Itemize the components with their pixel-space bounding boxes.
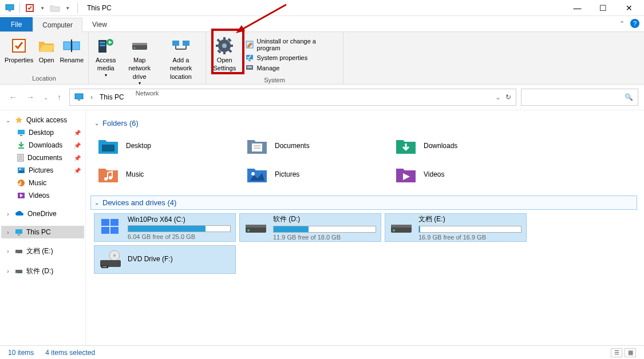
sidebar-item-pictures[interactable]: Pictures 📌 — [1, 164, 84, 177]
drive-item[interactable]: 软件 (D:)11.9 GB free of 18.0 GB — [239, 213, 381, 242]
svg-rect-25 — [230, 45, 233, 47]
documents-icon — [17, 154, 24, 162]
sidebar-item-this-pc[interactable]: › This PC — [1, 226, 84, 238]
history-dropdown[interactable]: ⌄ — [44, 94, 48, 101]
folder-item[interactable]: Desktop — [97, 135, 223, 157]
folder-label: Pictures — [275, 170, 299, 178]
open-settings-button[interactable]: Open Settings — [210, 35, 240, 74]
this-pc-icon — [74, 93, 84, 101]
folder-item[interactable]: Videos — [395, 163, 521, 185]
svg-point-73 — [247, 229, 250, 232]
drive-name: 文档 (E:) — [418, 214, 521, 224]
content-pane: ⌄ Folders (6) DesktopDocumentsDownloadsM… — [86, 110, 644, 345]
sidebar-label: This PC — [26, 228, 51, 236]
tiles-view-button[interactable]: ▦ — [625, 348, 636, 357]
help-icon[interactable]: ? — [630, 19, 639, 28]
folder-item[interactable]: Music — [97, 163, 223, 185]
system-properties-button[interactable]: System properties — [246, 54, 335, 62]
drive-capacity-bar — [128, 225, 231, 232]
back-button[interactable]: ← — [9, 93, 17, 102]
star-icon — [15, 116, 23, 124]
access-media-label: Access media — [93, 56, 118, 73]
downloads-icon — [17, 141, 25, 149]
expand-icon[interactable]: › — [5, 229, 11, 236]
sidebar-item-onedrive[interactable]: › OneDrive — [1, 208, 84, 220]
chevron-down-icon: ▾ — [105, 73, 107, 78]
svg-rect-40 — [20, 135, 22, 136]
maximize-button[interactable]: ☐ — [590, 0, 616, 16]
address-dropdown-icon[interactable]: ⌄ — [495, 93, 501, 101]
folders-grid: DesktopDocumentsDownloadsMusicPicturesVi… — [90, 130, 637, 196]
sidebar-item-videos[interactable]: Videos — [1, 189, 84, 202]
search-input[interactable] — [526, 93, 625, 101]
sidebar-item-quick-access[interactable]: ⌄ Quick access — [1, 114, 84, 126]
drive-name: DVD Drive (F:) — [128, 255, 231, 263]
tab-computer[interactable]: Computer — [33, 18, 82, 32]
ribbon-group-label: Location — [0, 74, 88, 83]
uninstall-program-button[interactable]: Uninstall or change a program — [246, 38, 335, 51]
settings-gear-icon — [215, 37, 234, 55]
sidebar-item-drive-e[interactable]: › 文档 (E:) — [1, 244, 84, 258]
sidebar-item-music[interactable]: Music — [1, 177, 84, 189]
search-box[interactable]: 🔍 — [521, 89, 638, 106]
folder-qat-icon[interactable] — [50, 3, 60, 13]
sidebar-label: 文档 (E:) — [26, 246, 53, 256]
up-button[interactable]: ↑ — [57, 93, 61, 102]
add-location-label: Add a network location — [161, 56, 201, 81]
sidebar-item-desktop[interactable]: Desktop 📌 — [1, 126, 84, 139]
svg-rect-15 — [172, 41, 179, 46]
chevron-down-icon: ⌄ — [94, 120, 99, 126]
drive-icon — [244, 218, 267, 237]
section-drives-header[interactable]: ⌄ Devices and drives (4) — [90, 196, 637, 210]
close-button[interactable]: ✕ — [616, 0, 642, 16]
tab-view[interactable]: View — [82, 17, 117, 31]
section-folders-header[interactable]: ⌄ Folders (6) — [90, 116, 637, 130]
drive-item[interactable]: Win10Pro X64 (C:)6.04 GB free of 25.0 GB — [94, 213, 236, 242]
access-media-button[interactable]: Access media ▾ — [92, 35, 120, 79]
svg-rect-16 — [183, 41, 189, 46]
folder-label: Downloads — [424, 142, 457, 150]
drive-free-label: 6.04 GB free of 25.0 GB — [128, 233, 231, 240]
rename-button[interactable]: Rename — [58, 35, 85, 65]
properties-button[interactable]: Properties — [3, 35, 34, 65]
drive-item[interactable]: 文档 (E:)16.9 GB free of 16.9 GB — [385, 213, 527, 242]
section-label: Devices and drives (4) — [102, 198, 176, 207]
tab-file[interactable]: File — [0, 17, 33, 31]
details-view-button[interactable]: ☰ — [611, 348, 622, 357]
dropdown-qat-icon[interactable]: ▾ — [37, 3, 48, 13]
drive-free-label: 16.9 GB free of 16.9 GB — [418, 234, 521, 241]
system-props-icon — [246, 54, 254, 62]
svg-rect-36 — [75, 94, 83, 99]
map-network-drive-button[interactable]: Map network drive ▾ — [121, 35, 159, 87]
minimize-button[interactable]: — — [564, 0, 590, 16]
forward-button[interactable]: → — [26, 93, 34, 102]
open-button[interactable]: Open — [35, 35, 57, 65]
navigation-sidebar: ⌄ Quick access Desktop 📌 Downloads 📌 Doc… — [0, 110, 86, 345]
expand-icon[interactable]: › — [5, 248, 11, 254]
search-icon[interactable]: 🔍 — [625, 93, 633, 101]
sidebar-item-documents[interactable]: Documents 📌 — [1, 151, 84, 164]
folder-item[interactable]: Documents — [246, 135, 372, 157]
refresh-button[interactable]: ↻ — [505, 93, 511, 101]
drive-name: Win10Pro X64 (C:) — [128, 216, 231, 224]
title-bar: ▾ ▾ This PC — ☐ ✕ — [0, 0, 644, 16]
manage-button[interactable]: Manage — [246, 64, 335, 72]
drive-item[interactable]: DVDDVD Drive (F:) — [94, 245, 236, 274]
expand-icon[interactable]: ⌄ — [5, 117, 11, 123]
add-network-location-button[interactable]: Add a network location — [160, 35, 202, 82]
sidebar-item-downloads[interactable]: Downloads 📌 — [1, 139, 84, 151]
properties-qat-icon[interactable] — [25, 3, 35, 13]
folder-item[interactable]: Downloads — [395, 135, 521, 157]
status-selection-count: 4 items selected — [45, 349, 95, 357]
pin-icon: 📌 — [74, 167, 81, 174]
svg-rect-72 — [246, 225, 266, 228]
collapse-ribbon-icon[interactable]: ⌃ — [619, 20, 625, 27]
folder-item[interactable]: Pictures — [246, 163, 372, 185]
dropdown-qat-icon-2[interactable]: ▾ — [62, 3, 73, 13]
expand-icon[interactable]: › — [5, 211, 11, 217]
manage-icon — [246, 64, 254, 72]
svg-rect-23 — [223, 51, 226, 54]
expand-icon[interactable]: › — [5, 268, 11, 274]
svg-rect-69 — [101, 227, 109, 234]
sidebar-item-drive-d[interactable]: › 软件 (D:) — [1, 264, 84, 278]
